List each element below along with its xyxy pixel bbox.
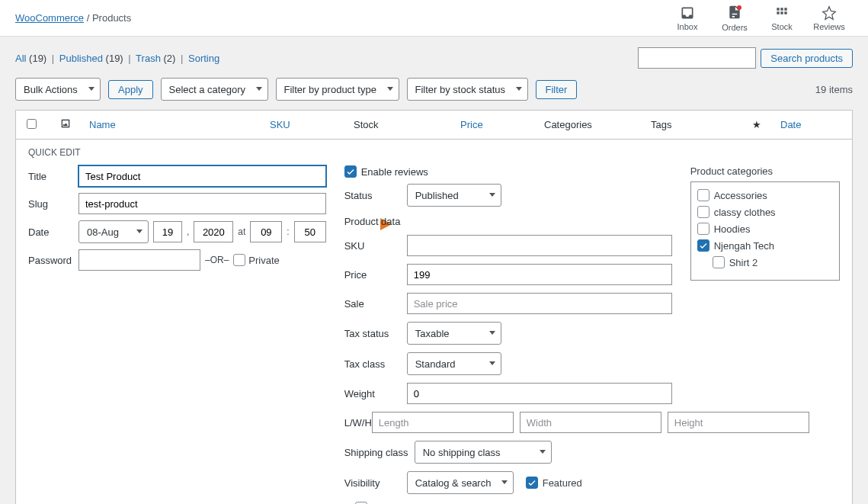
cat-hoodies[interactable]: Hoodies [697, 220, 833, 237]
visibility-label: Visibility [344, 477, 407, 489]
shipping-label: Shipping class [344, 447, 415, 458]
breadcrumb: WooCommerce / Products [15, 12, 131, 24]
items-count: 19 items [815, 84, 853, 95]
tax-class-label: Tax class [344, 358, 407, 370]
product-data-heading: Product data [344, 216, 672, 227]
sku-input[interactable] [407, 235, 672, 256]
sku-label: SKU [344, 240, 407, 252]
filter-published[interactable]: Published [59, 53, 103, 64]
bulk-actions-select[interactable]: Bulk Actions [15, 78, 101, 101]
breadcrumb-parent[interactable]: WooCommerce [15, 12, 84, 24]
title-label: Title [28, 171, 78, 182]
filter-button[interactable]: Filter [536, 80, 578, 99]
featured-checkbox[interactable] [526, 477, 538, 489]
quick-edit-heading: QUICK EDIT [28, 147, 840, 158]
title-input[interactable] [78, 165, 326, 187]
cat-accessories[interactable]: Accessories [697, 187, 833, 204]
search-input[interactable] [638, 47, 756, 69]
breadcrumb-current: Products [92, 12, 131, 24]
col-date[interactable]: Date [780, 119, 801, 130]
price-label: Price [344, 269, 407, 281]
day-input[interactable] [153, 221, 182, 242]
select-all-checkbox[interactable] [27, 119, 37, 129]
stock-icon [774, 5, 790, 21]
product-categories-list[interactable]: Accessories classy clothes Hoodies Njeng… [690, 181, 840, 281]
col-price[interactable]: Price [460, 119, 483, 130]
product-categories-heading: Product categories [690, 165, 840, 177]
shipping-select[interactable]: No shipping class [415, 441, 552, 464]
col-sku[interactable]: SKU [270, 119, 290, 130]
col-tags: Tags [651, 119, 671, 130]
image-column-icon [60, 118, 71, 129]
password-input[interactable] [78, 249, 200, 271]
filter-trash[interactable]: Trash [136, 53, 161, 64]
tax-class-select[interactable]: Standard [407, 352, 501, 375]
slug-label: Slug [28, 198, 78, 210]
stock-filter[interactable]: Filter by stock status [407, 78, 528, 101]
type-filter[interactable]: Filter by product type [276, 78, 399, 101]
cat-classy-clothes[interactable]: classy clothes [697, 204, 833, 220]
col-featured: ★ [752, 119, 761, 130]
orders-icon [727, 5, 742, 20]
sale-input[interactable] [407, 293, 672, 314]
year-input[interactable] [194, 221, 233, 242]
apply-button[interactable]: Apply [108, 80, 153, 99]
hour-input[interactable] [250, 221, 282, 242]
col-categories: Categories [544, 119, 592, 130]
reviews-nav[interactable]: Reviews [806, 5, 853, 31]
enable-reviews-checkbox[interactable] [344, 165, 357, 178]
col-stock: Stock [354, 119, 379, 130]
featured-label: Featured [543, 477, 582, 489]
status-select[interactable]: Published [407, 184, 501, 207]
month-select[interactable]: 08-Aug [78, 220, 149, 243]
stock-nav[interactable]: Stock [758, 5, 806, 31]
table-header: Name SKU Stock Price Categories Tags ★ D… [16, 111, 852, 140]
width-input[interactable] [520, 412, 661, 433]
minute-input[interactable] [294, 221, 326, 242]
weight-input[interactable] [407, 383, 672, 404]
cat-njengah-tech[interactable]: Njengah Tech [697, 237, 833, 254]
category-filter[interactable]: Select a category [161, 78, 268, 101]
enable-reviews-label: Enable reviews [361, 166, 428, 178]
search-button[interactable]: Search products [761, 49, 853, 68]
tax-status-label: Tax status [344, 328, 407, 339]
length-input[interactable] [372, 412, 514, 433]
view-filters: All (19) | Published (19) | Trash (2) | … [15, 53, 219, 64]
status-label: Status [344, 190, 407, 201]
sale-label: Sale [344, 298, 407, 310]
star-icon [822, 5, 837, 21]
date-label: Date [28, 226, 78, 238]
weight-label: Weight [344, 388, 407, 400]
orders-nav[interactable]: Orders [711, 5, 758, 32]
cat-shirt-2[interactable]: Shirt 2 [697, 254, 833, 271]
private-checkbox[interactable] [233, 254, 245, 266]
filter-all[interactable]: All [15, 53, 26, 64]
inbox-icon [680, 5, 695, 21]
slug-input[interactable] [78, 193, 326, 214]
tax-status-select[interactable]: Taxable [407, 322, 501, 345]
lwh-label: L/W/H [344, 417, 372, 429]
price-input[interactable] [407, 264, 672, 285]
inbox-nav[interactable]: Inbox [664, 5, 711, 31]
filter-sorting[interactable]: Sorting [188, 53, 219, 64]
password-label: Password [28, 255, 78, 266]
col-name[interactable]: Name [89, 119, 116, 130]
visibility-select[interactable]: Catalog & search [407, 471, 514, 494]
